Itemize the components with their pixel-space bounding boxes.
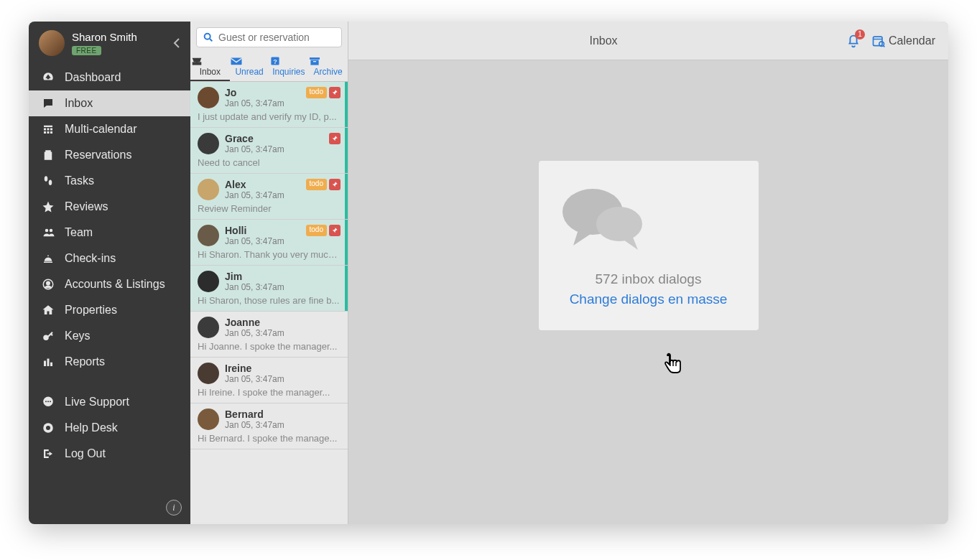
svg-point-15 bbox=[50, 401, 51, 402]
clipboard-icon bbox=[42, 149, 56, 162]
nav-reservations[interactable]: Reservations bbox=[29, 142, 190, 168]
search-input-wrap[interactable] bbox=[196, 27, 342, 47]
nav-label: Live Support bbox=[65, 396, 129, 409]
todo-badge: todo bbox=[306, 179, 327, 190]
thread-preview: Hi Ireine. I spoke the manager... bbox=[198, 387, 341, 398]
thread-avatar bbox=[198, 179, 219, 200]
star-icon bbox=[42, 200, 56, 213]
info-icon[interactable]: i bbox=[166, 500, 182, 515]
svg-point-7 bbox=[47, 281, 50, 285]
thread-avatar bbox=[198, 225, 219, 246]
nav-live-support[interactable]: Live Support bbox=[29, 389, 190, 415]
todo-badge: todo bbox=[306, 225, 327, 236]
nav-inbox[interactable]: Inbox bbox=[29, 90, 190, 116]
pin-badge-icon bbox=[329, 225, 341, 236]
nav-keys[interactable]: Keys bbox=[29, 323, 190, 349]
sidebar: Sharon Smith FREE Dashboard Inbox bbox=[29, 22, 190, 524]
thread-name: Jim bbox=[225, 271, 242, 282]
sidebar-bottom-nav: Live Support Help Desk Log Out bbox=[29, 389, 190, 471]
notification-bell[interactable]: 1 bbox=[846, 33, 861, 49]
users-icon bbox=[42, 226, 56, 239]
svg-rect-11 bbox=[50, 363, 52, 366]
nav-label: Team bbox=[65, 226, 93, 239]
thread-avatar bbox=[198, 87, 219, 108]
nav-label: Reviews bbox=[65, 200, 108, 213]
nav-multi-calendar[interactable]: Multi-calendar bbox=[29, 116, 190, 142]
profile-section[interactable]: Sharon Smith FREE bbox=[29, 22, 190, 62]
nav-tasks[interactable]: Tasks bbox=[29, 168, 190, 194]
thread-item[interactable]: HollitodoJan 05, 3:47amHi Sharon. Thank … bbox=[190, 220, 348, 266]
thread-item[interactable]: BernardJan 05, 3:47amHi Bernard. I spoke… bbox=[190, 403, 348, 449]
home-icon bbox=[42, 304, 56, 317]
tab-inbox[interactable]: Inbox bbox=[190, 53, 230, 81]
svg-rect-10 bbox=[47, 359, 50, 367]
nav-reviews[interactable]: Reviews bbox=[29, 194, 190, 220]
thread-name: Joanne bbox=[225, 317, 260, 328]
thread-item[interactable]: IreineJan 05, 3:47amHi Ireine. I spoke t… bbox=[190, 358, 348, 403]
thread-preview: Hi Sharon, those rules are fine b... bbox=[198, 295, 341, 306]
nav-label: Help Desk bbox=[65, 421, 118, 434]
thread-avatar bbox=[198, 271, 219, 292]
thread-time: Jan 05, 3:47am bbox=[225, 328, 341, 338]
thread-badges: todo bbox=[306, 87, 341, 98]
svg-rect-24 bbox=[311, 60, 319, 65]
svg-rect-1 bbox=[45, 103, 49, 103]
change-dialogs-link[interactable]: Change dialogs en masse bbox=[553, 291, 744, 307]
thread-badges: todo bbox=[306, 225, 341, 236]
thread-preview: Hi Sharon. Thank you very much... bbox=[198, 249, 341, 260]
pin-badge-icon bbox=[329, 179, 341, 190]
nav-dashboard[interactable]: Dashboard bbox=[29, 65, 190, 90]
nav-accounts-listings[interactable]: Accounts & Listings bbox=[29, 271, 190, 297]
tab-label: Inbox bbox=[200, 67, 221, 77]
bar-chart-icon bbox=[42, 355, 56, 368]
user-circle-icon bbox=[42, 278, 56, 291]
thread-name: Ireine bbox=[225, 363, 251, 374]
thread-item[interactable]: JotodoJan 05, 3:47amI just update and ve… bbox=[190, 82, 348, 128]
search-input[interactable] bbox=[218, 32, 335, 43]
svg-point-18 bbox=[205, 34, 210, 39]
calendar-link[interactable]: Calendar bbox=[871, 34, 935, 48]
tab-archive[interactable]: Archive bbox=[308, 53, 348, 81]
nav-label: Tasks bbox=[65, 174, 94, 187]
tab-inquiries[interactable]: ? Inquiries bbox=[269, 53, 309, 81]
svg-point-5 bbox=[50, 229, 53, 233]
profile-name: Sharon Smith bbox=[72, 31, 137, 43]
nav-label: Inbox bbox=[65, 97, 93, 110]
tab-unread[interactable]: Unread bbox=[230, 53, 269, 81]
thread-time: Jan 05, 3:47am bbox=[225, 190, 341, 200]
thread-item[interactable]: GraceJan 05, 3:47amNeed to cancel bbox=[190, 128, 348, 174]
pointer-cursor-icon bbox=[662, 353, 683, 377]
nav-check-ins[interactable]: Check-ins bbox=[29, 246, 190, 271]
thread-time: Jan 05, 3:47am bbox=[225, 236, 341, 246]
thread-time: Jan 05, 3:47am bbox=[225, 282, 341, 292]
thread-time: Jan 05, 3:47am bbox=[225, 374, 341, 384]
chat-bubble-icon bbox=[42, 396, 56, 409]
svg-point-29 bbox=[596, 207, 642, 241]
thread-item[interactable]: JoanneJan 05, 3:47amHi Joanne. I spoke t… bbox=[190, 312, 348, 358]
nav-log-out[interactable]: Log Out bbox=[29, 441, 190, 467]
svg-rect-0 bbox=[45, 101, 51, 102]
tab-label: Unread bbox=[235, 67, 263, 77]
thread-name: Alex bbox=[225, 179, 246, 190]
gauge-icon bbox=[42, 71, 56, 84]
pin-badge-icon bbox=[329, 87, 341, 98]
thread-name: Grace bbox=[225, 133, 254, 144]
avatar bbox=[39, 30, 65, 56]
pin-badge-icon bbox=[329, 133, 341, 144]
nav-reports[interactable]: Reports bbox=[29, 349, 190, 375]
archive-icon bbox=[308, 56, 348, 66]
collapse-sidebar-icon[interactable] bbox=[173, 37, 180, 49]
thread-avatar bbox=[198, 133, 219, 154]
calendar-search-icon bbox=[871, 34, 886, 48]
thread-badges bbox=[329, 133, 341, 144]
thread-avatar bbox=[198, 317, 219, 338]
thread-item[interactable]: AlextodoJan 05, 3:47amReview Reminder bbox=[190, 174, 348, 220]
topbar-right: 1 Calendar bbox=[846, 33, 935, 49]
thread-item[interactable]: JimJan 05, 3:47amHi Sharon, those rules … bbox=[190, 266, 348, 312]
nav-help-desk[interactable]: Help Desk bbox=[29, 415, 190, 441]
main-pane: Inbox 1 Calendar bbox=[348, 22, 948, 524]
nav-team[interactable]: Team bbox=[29, 220, 190, 246]
search-icon bbox=[203, 32, 214, 43]
nav-properties[interactable]: Properties bbox=[29, 297, 190, 323]
thread-time: Jan 05, 3:47am bbox=[225, 144, 341, 154]
